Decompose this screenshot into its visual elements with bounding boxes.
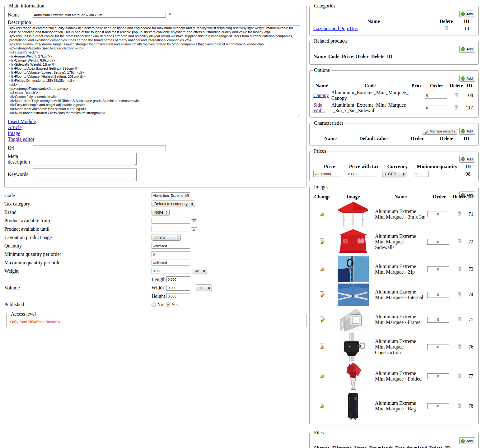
table-row: Side Walls Aluminium_Extreme_Mini_Marque… xyxy=(313,102,475,114)
image-order-input[interactable] xyxy=(427,266,449,272)
code-input[interactable] xyxy=(152,192,190,198)
image-order-input[interactable] xyxy=(427,403,449,409)
image-link[interactable]: Image xyxy=(8,130,20,136)
width-input[interactable] xyxy=(166,285,190,291)
available-from-input[interactable] xyxy=(152,218,190,224)
prices-add-button[interactable]: Add xyxy=(459,156,475,163)
option-code: Aluminium_Extreme_Mini_Marquee_-_3m_x_3m… xyxy=(331,102,409,114)
select-stepper-icon xyxy=(208,286,210,289)
plus-icon xyxy=(461,439,466,443)
max-quantity-input[interactable] xyxy=(152,260,190,266)
height-input[interactable] xyxy=(166,293,190,299)
delete-image-button[interactable] xyxy=(457,317,461,321)
length-input[interactable] xyxy=(166,276,190,282)
edit-icon xyxy=(319,238,325,244)
tax-category-select[interactable]: Default tax category xyxy=(152,201,195,207)
change-image-button[interactable] xyxy=(319,291,325,297)
published-yes-radio[interactable] xyxy=(166,303,170,307)
url-input[interactable] xyxy=(33,145,166,151)
trash-icon xyxy=(454,93,458,97)
price-input[interactable] xyxy=(313,171,342,177)
category-id: 14 xyxy=(458,25,475,32)
calendar-icon[interactable]: 23 xyxy=(191,219,197,223)
delete-category-button[interactable] xyxy=(444,25,448,30)
plus-icon xyxy=(461,129,466,134)
weight-input[interactable] xyxy=(152,268,190,274)
description-label: Description xyxy=(8,20,303,25)
calendar-icon[interactable]: 23 xyxy=(191,227,197,231)
delete-image-button[interactable] xyxy=(457,403,461,408)
characteristics-table: Name Default value Order Delete ID xyxy=(313,135,475,142)
published-no-radio[interactable] xyxy=(152,303,156,307)
max-quantity-label: Maximum quantity per order xyxy=(4,260,152,266)
min-quantity-input[interactable] xyxy=(152,251,190,257)
related-products-add-button[interactable]: Add xyxy=(459,46,475,53)
change-image-button[interactable] xyxy=(319,343,325,349)
categories-add-button[interactable]: Add xyxy=(459,11,475,17)
option-order-input[interactable] xyxy=(425,93,447,99)
edit-icon xyxy=(319,291,325,297)
volume-unit-select[interactable]: m xyxy=(196,284,212,291)
product-name-input[interactable] xyxy=(33,12,166,18)
available-until-input[interactable] xyxy=(152,226,190,232)
layout-select[interactable]: Inherit xyxy=(152,234,181,241)
currency-select[interactable]: £ GBP xyxy=(382,171,406,177)
toggle-editor-link[interactable]: Toggle editor xyxy=(8,136,35,142)
article-link[interactable]: Article xyxy=(8,124,21,130)
image-order-input[interactable] xyxy=(427,317,449,323)
delete-image-button[interactable] xyxy=(457,344,461,349)
characteristics-add-button[interactable]: Add xyxy=(459,128,475,135)
image-order-input[interactable] xyxy=(427,344,449,350)
delete-image-button[interactable] xyxy=(457,292,461,297)
image-name: Aluminium Extreme Mini Marquee - Sidewal… xyxy=(374,228,427,256)
trash-icon xyxy=(457,373,461,378)
related-products-legend: Related products xyxy=(313,38,349,44)
delete-image-button[interactable] xyxy=(457,266,461,271)
option-order-input[interactable] xyxy=(425,105,447,111)
related-products-headers: Name Code Price Order Delete ID xyxy=(313,54,475,59)
meta-description-textarea[interactable] xyxy=(33,153,137,165)
length-label: Length xyxy=(152,277,166,282)
plus-icon xyxy=(461,47,466,52)
image-order-input[interactable] xyxy=(427,211,449,217)
brand-select[interactable]: None xyxy=(152,209,170,215)
image-id: 74 xyxy=(466,283,475,307)
change-image-button[interactable] xyxy=(319,316,325,322)
insert-module-link[interactable]: Insert Module xyxy=(8,118,36,124)
manage-variants-button[interactable]: Manage variants xyxy=(422,128,457,135)
change-image-button[interactable] xyxy=(319,402,325,409)
delete-option-button[interactable] xyxy=(454,105,458,110)
delete-option-button[interactable] xyxy=(454,93,458,97)
main-information-fieldset: Main information Name * Description <p>T… xyxy=(4,3,307,187)
quantity-input[interactable] xyxy=(152,243,190,249)
image-order-input[interactable] xyxy=(427,373,449,379)
images-legend: Images xyxy=(313,184,330,190)
minimum-quantity-input[interactable] xyxy=(414,171,429,177)
delete-image-button[interactable] xyxy=(457,373,461,378)
table-row: Canopy Aluminium_Extreme_Mini_Marquee_Ca… xyxy=(313,89,475,102)
price-with-tax-input[interactable] xyxy=(347,171,375,177)
options-add-button[interactable]: Add xyxy=(459,75,475,82)
image-order-input[interactable] xyxy=(427,239,449,245)
name-label: Name xyxy=(8,12,33,18)
change-image-button[interactable] xyxy=(319,266,325,272)
keywords-textarea[interactable] xyxy=(33,169,137,181)
layout-label: Layout on product page xyxy=(4,235,152,240)
categories-id-header: ID xyxy=(458,18,475,25)
change-image-button[interactable] xyxy=(319,372,325,379)
table-row: Aluminium Extreme Mini Marquee - Constru… xyxy=(313,333,475,361)
delete-image-button[interactable] xyxy=(457,211,461,216)
image-id: 73 xyxy=(466,256,475,283)
option-link[interactable]: Canopy xyxy=(313,93,329,98)
change-image-button[interactable] xyxy=(319,210,325,217)
category-link[interactable]: Gazebos and Pop-Ups xyxy=(313,26,358,31)
description-textarea[interactable]: <p>This range of commercial quality alum… xyxy=(8,25,300,117)
option-link[interactable]: Side Walls xyxy=(313,102,325,113)
files-add-button[interactable]: Add xyxy=(459,437,475,444)
image-order-input[interactable] xyxy=(427,292,449,298)
delete-image-button[interactable] xyxy=(457,239,461,243)
weight-unit-select[interactable]: kg xyxy=(193,268,207,274)
url-label: Url xyxy=(8,145,33,151)
change-image-button[interactable] xyxy=(319,238,325,244)
trash-icon xyxy=(444,25,448,30)
